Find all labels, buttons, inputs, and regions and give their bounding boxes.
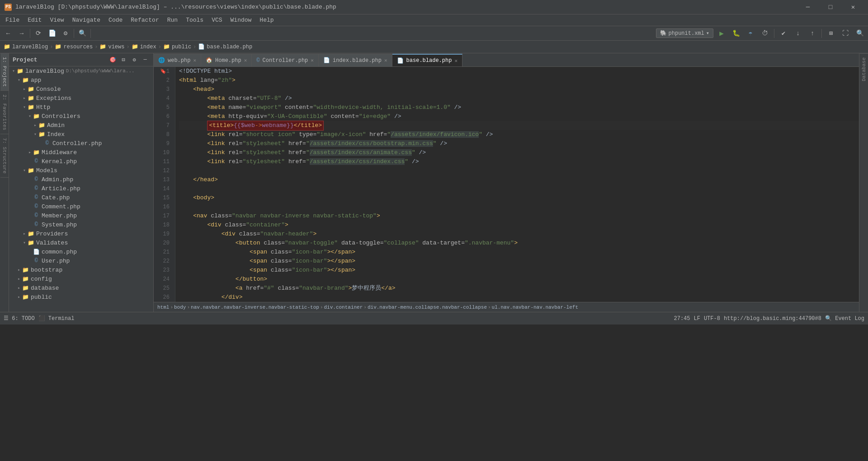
maximize-button[interactable]: □: [820, 0, 841, 14]
breadcrumb-views[interactable]: 📁 views: [99, 43, 124, 50]
menu-item-window[interactable]: Window: [227, 16, 255, 24]
tree-validates[interactable]: ▾ 📁 Validates: [9, 238, 153, 247]
line-number-16: 16: [154, 202, 171, 212]
project-tab[interactable]: 1: Project: [0, 53, 9, 91]
collapse-all-button[interactable]: ⊟: [119, 55, 128, 64]
encoding[interactable]: UTF-8: [704, 315, 720, 322]
coverage-button[interactable]: ☂: [744, 28, 757, 39]
structure-tab[interactable]: 7: Structure: [0, 134, 9, 178]
database-tab[interactable]: Database: [860, 53, 868, 85]
tree-member-php[interactable]: ▸ © Member.php: [9, 211, 153, 220]
menu-item-view[interactable]: View: [46, 16, 67, 24]
new-file-button[interactable]: 📄: [46, 28, 58, 39]
tree-controllers[interactable]: ▾ 📁 Controllers: [9, 112, 153, 121]
tree-providers[interactable]: ▸ 📁 Providers: [9, 229, 153, 238]
tab-web-php[interactable]: 🌐 web.php ✕: [154, 54, 201, 66]
menu-item-tools[interactable]: Tools: [182, 16, 207, 24]
run-button[interactable]: ▶: [715, 28, 728, 39]
code-editor[interactable]: 🔖123456789101112131415161718192021222324…: [154, 67, 859, 302]
tree-comment-php[interactable]: ▸ © Comment.php: [9, 202, 153, 211]
tree-article-php[interactable]: ▸ © Article.php: [9, 184, 153, 193]
path-body[interactable]: body: [174, 305, 186, 310]
tab-web-php-close[interactable]: ✕: [193, 57, 196, 63]
menu-item-file[interactable]: File: [2, 16, 23, 24]
tree-middleware[interactable]: ▸ 📁 Middleware: [9, 148, 153, 157]
sidebar-close-button[interactable]: ─: [141, 55, 150, 64]
terminal-button[interactable]: ⊞: [825, 28, 837, 39]
path-ul[interactable]: ul.nav.navbar-nav.navbar-left: [492, 305, 578, 310]
event-log-button[interactable]: 🔍 Event Log: [825, 315, 864, 322]
code-line-20: <button class="navbar-toggle" data-toggl…: [179, 239, 859, 248]
profile-button[interactable]: ⏱: [759, 28, 771, 39]
sidebar-icons: 🎯 ⊟ ⚙ ─: [108, 55, 150, 64]
phpunit-config-button[interactable]: 🐘 phpunit.xml ▾: [656, 28, 713, 38]
tree-public[interactable]: ▸ 📁 public: [9, 292, 153, 301]
fullscreen-button[interactable]: ⛶: [839, 28, 852, 39]
commit-button[interactable]: ✔: [777, 28, 790, 39]
path-nav[interactable]: nav.navbar.navbar-inverse.navbar-static-…: [191, 305, 319, 310]
line-ending[interactable]: LF: [694, 315, 700, 322]
search-button[interactable]: 🔍: [854, 28, 866, 39]
close-button[interactable]: ✕: [843, 0, 863, 14]
tree-bootstrap[interactable]: ▸ 📁 bootstrap: [9, 265, 153, 274]
breadcrumb-public[interactable]: 📁 public: [163, 43, 191, 50]
tree-exceptions[interactable]: ▸ 📁 Exceptions: [9, 94, 153, 103]
todo-button[interactable]: ☰ 6: TODO: [4, 315, 35, 322]
line-number-21: 21: [154, 248, 171, 257]
tab-base-blade-close[interactable]: ✕: [454, 58, 458, 64]
menu-item-code[interactable]: Code: [105, 16, 126, 24]
breadcrumb-index[interactable]: 📁 index: [132, 43, 156, 50]
debug-button[interactable]: 🐛: [730, 28, 742, 39]
tree-common-php[interactable]: ▸ 📄 common.php: [9, 247, 153, 256]
menu-item-refactor[interactable]: Refactor: [127, 16, 162, 24]
tab-home-php[interactable]: 🏠 Home.php ✕: [201, 54, 252, 66]
tree-user-php[interactable]: ▸ © User.php: [9, 256, 153, 265]
tab-controller-php[interactable]: © Controller.php ✕: [252, 54, 319, 66]
code-content[interactable]: <!DOCTYPE html><html lang="zh"> <head> <…: [175, 67, 859, 302]
menu-item-run[interactable]: Run: [164, 16, 181, 24]
minimize-button[interactable]: ─: [797, 0, 818, 14]
tree-models[interactable]: ▾ 📁 Models: [9, 166, 153, 175]
favorites-tab[interactable]: 2: Favorites: [0, 91, 9, 134]
tree-root[interactable]: ▾ 📁 laravelBlog D:\phpstudy\WWW\lara...: [9, 66, 153, 75]
terminal-status-button[interactable]: ⬛ Terminal: [38, 315, 75, 322]
tab-controller-close[interactable]: ✕: [311, 57, 314, 63]
tree-admin-php[interactable]: ▸ © Admin.php: [9, 175, 153, 184]
tree-admin[interactable]: ▸ 📁 Admin: [9, 121, 153, 130]
tree-index-folder[interactable]: ▾ 📁 Index: [9, 130, 153, 139]
breadcrumb-file[interactable]: 📄 base.blade.php: [198, 43, 252, 50]
blade-file-icon: 📄: [198, 43, 205, 50]
tab-index-blade-php[interactable]: 📄 index.blade.php ✕: [319, 54, 392, 66]
path-container[interactable]: div.container: [324, 305, 363, 310]
menu-item-navigate[interactable]: Navigate: [69, 16, 104, 24]
tab-base-blade-php[interactable]: 📄 base.blade.php ✕: [392, 54, 462, 66]
tab-home-php-close[interactable]: ✕: [244, 57, 247, 63]
back-button[interactable]: ←: [2, 28, 14, 39]
menu-item-help[interactable]: Help: [256, 16, 277, 24]
menu-item-edit[interactable]: Edit: [24, 16, 45, 24]
push-button[interactable]: ↑: [806, 28, 819, 39]
tree-http[interactable]: ▾ 📁 Http: [9, 103, 153, 112]
root-expand-icon: ▾: [11, 68, 16, 74]
tree-controller-php[interactable]: ▸ © Controller.php: [9, 139, 153, 148]
locate-file-button[interactable]: 🎯: [108, 55, 117, 64]
tree-cate-php[interactable]: ▸ © Cate.php: [9, 193, 153, 202]
menu-item-vcs[interactable]: VCS: [208, 16, 226, 24]
tree-kernel-php[interactable]: ▸ © Kernel.php: [9, 157, 153, 166]
breadcrumb-resources[interactable]: 📁 resources: [55, 43, 93, 50]
sidebar-settings-button[interactable]: ⚙: [130, 55, 139, 64]
path-navbar-menu[interactable]: div.navbar-menu.collapse.navbar-collapse: [368, 305, 487, 310]
search-everywhere-button[interactable]: 🔍: [76, 28, 89, 39]
tab-index-blade-close[interactable]: ✕: [384, 57, 387, 63]
tree-console[interactable]: ▸ 📁 Console: [9, 85, 153, 94]
forward-button[interactable]: →: [15, 28, 28, 39]
sync-button[interactable]: ⟳: [32, 28, 45, 39]
settings-gear-button[interactable]: ⚙: [59, 28, 72, 39]
tree-system-php[interactable]: ▸ © System.php: [9, 220, 153, 229]
path-html[interactable]: html: [157, 305, 169, 310]
update-button[interactable]: ↓: [792, 28, 804, 39]
tree-database[interactable]: ▸ 📁 database: [9, 283, 153, 292]
breadcrumb-root[interactable]: 📁 laravelBlog: [4, 43, 48, 50]
tree-config[interactable]: ▸ 📁 config: [9, 274, 153, 283]
tree-app[interactable]: ▾ 📁 app: [9, 75, 153, 85]
